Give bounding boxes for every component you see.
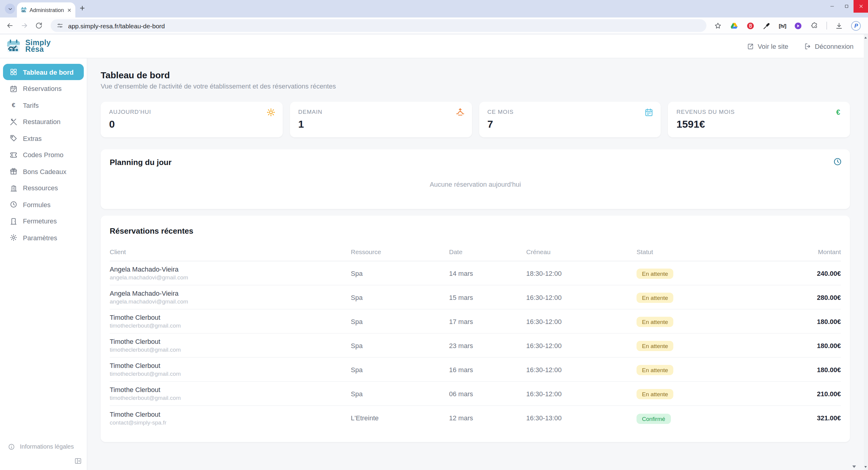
sidebar-item-formules[interactable]: Formules xyxy=(3,196,84,212)
stat-label: CE MOIS xyxy=(487,108,652,115)
tag-icon xyxy=(10,134,18,142)
window-controls xyxy=(825,0,868,13)
close-x-icon xyxy=(858,4,864,9)
tab-search-button[interactable] xyxy=(5,4,15,14)
adblock-hand-icon xyxy=(746,21,755,30)
view-site-label: Voir le site xyxy=(758,42,788,50)
content-scroll-down-arrow-icon[interactable] xyxy=(852,465,856,468)
sun-icon xyxy=(267,108,276,117)
sidebar-item-parametres[interactable]: Paramètres xyxy=(3,229,84,246)
sidebar-collapse-button[interactable] xyxy=(74,457,82,465)
new-tab-button[interactable] xyxy=(79,5,86,11)
reservation-row[interactable]: Timothe Clerboutcontact@simply-spa.frL'E… xyxy=(110,406,841,430)
sidebar-item-codes-promo[interactable]: Codes Promo xyxy=(3,147,84,163)
extensions-menu-button[interactable] xyxy=(810,21,819,30)
stat-icon-wrap: € xyxy=(834,108,843,117)
client-cell: Timothe Clerbouttimotheclerbout@gmail.co… xyxy=(110,338,351,353)
reservation-row[interactable]: Timothe Clerbouttimotheclerbout@gmail.co… xyxy=(110,358,841,382)
utensils-crossed-icon xyxy=(10,118,18,126)
extension-adblock[interactable] xyxy=(746,21,755,30)
amount-cell: 180.00€ xyxy=(787,366,841,373)
sidebar-item-extras[interactable]: Extras xyxy=(3,130,84,146)
sidebar-item-bons-cadeaux[interactable]: Bons Cadeaux xyxy=(3,163,84,179)
status-cell: En attente xyxy=(637,364,787,375)
forward-button[interactable] xyxy=(21,22,28,30)
logout-icon-wrap xyxy=(804,42,811,50)
sidebar-item-reservations[interactable]: Réservations xyxy=(3,80,84,97)
drive-icon-wrap xyxy=(730,21,738,30)
close-x-icon xyxy=(67,7,72,12)
client-cell: Timothe Clerboutcontact@simply-spa.fr xyxy=(110,410,351,426)
status-badge: En attente xyxy=(637,389,674,399)
toolbar-separator xyxy=(827,22,827,30)
reload-button[interactable] xyxy=(35,22,43,30)
downloads-button[interactable] xyxy=(835,21,844,30)
url-bar[interactable]: app.simply-resa.fr/tableau-de-bord xyxy=(51,19,707,32)
view-site-link[interactable]: Voir le site xyxy=(747,42,788,50)
status-badge: Confirmé xyxy=(637,413,671,424)
slot-cell: 16:30-12:00 xyxy=(526,342,637,349)
toolbar-right: [h/] P xyxy=(714,21,868,30)
logout-link[interactable]: Déconnexion xyxy=(804,42,854,50)
back-icon-wrap xyxy=(6,22,14,30)
sidebar-item-restauration[interactable]: Restauration xyxy=(3,113,84,130)
back-button[interactable] xyxy=(6,22,14,30)
window-maximize-button[interactable] xyxy=(839,0,854,13)
date-cell: 16 mars xyxy=(449,366,526,373)
column-header-1: Ressource xyxy=(351,248,449,255)
google-drive-icon xyxy=(730,21,738,30)
reservation-row[interactable]: Timothe Clerbouttimotheclerbout@gmail.co… xyxy=(110,382,841,406)
sidebar-item-label: Bons Cadeaux xyxy=(23,168,66,175)
amount-cell: 280.00€ xyxy=(787,294,841,301)
reservations-title: Réservations récentes xyxy=(110,227,841,235)
client-name: Angela Machado-Vieira xyxy=(110,290,351,297)
stat-icon-wrap xyxy=(267,108,276,117)
clock-icon xyxy=(10,201,18,208)
bookmark-star-button[interactable] xyxy=(714,21,722,30)
client-email: timotheclerbout@gmail.com xyxy=(110,346,351,353)
column-header-2: Date xyxy=(449,248,526,255)
extension-drive[interactable] xyxy=(730,21,738,30)
stat-label: DEMAIN xyxy=(299,108,464,115)
forward-icon-wrap xyxy=(21,22,28,30)
scrollbar-down-arrow-icon[interactable] xyxy=(864,466,867,468)
extension-video-play[interactable] xyxy=(794,21,803,30)
star-icon xyxy=(714,21,722,30)
calendar-check-icon xyxy=(10,85,18,93)
window-minimize-button[interactable] xyxy=(825,0,839,13)
status-cell: En attente xyxy=(637,388,787,399)
extension-h-slash[interactable]: [h/] xyxy=(779,23,786,29)
tab-close-button[interactable] xyxy=(67,7,72,12)
reservation-row[interactable]: Angela Machado-Vieiraangela.machadovi@gm… xyxy=(110,261,841,286)
reservations-table: ClientRessourceDateCréneauStatutMontant … xyxy=(110,248,841,430)
reservation-row[interactable]: Angela Machado-Vieiraangela.machadovi@gm… xyxy=(110,286,841,309)
calendar-month-icon xyxy=(645,108,654,117)
legal-info-link[interactable]: Informations légales xyxy=(8,443,74,450)
window-close-button[interactable] xyxy=(854,0,868,13)
browser-tab[interactable]: Administration Simply Resa xyxy=(17,2,75,18)
site-settings-icon-wrap[interactable] xyxy=(57,22,63,29)
stat-label: REVENUS DU MOIS xyxy=(677,108,842,115)
euro-icon: € xyxy=(834,108,843,117)
extension-color-picker[interactable] xyxy=(763,21,771,30)
app-logo[interactable]: Simply Résa xyxy=(5,38,51,54)
reservation-row[interactable]: Timothe Clerbouttimotheclerbout@gmail.co… xyxy=(110,334,841,358)
status-cell: Confirmé xyxy=(637,412,787,424)
client-email: angela.machadovi@gmail.com xyxy=(110,298,351,305)
scrollbar-up-arrow-icon[interactable] xyxy=(864,37,867,38)
sidebar-item-fermetures[interactable]: Fermetures xyxy=(3,213,84,229)
profile-avatar[interactable]: P xyxy=(851,21,861,30)
window-scrollbar[interactable] xyxy=(864,34,868,470)
download-icon-wrap xyxy=(835,21,844,30)
sidebar-item-tarifs[interactable]: €Tarifs xyxy=(3,97,84,113)
header-actions: Voir le site Déconnexion xyxy=(747,42,854,50)
logout-label: Déconnexion xyxy=(815,42,854,50)
sidebar-item-ressources[interactable]: Ressources xyxy=(3,180,84,196)
logo-text: Simply Résa xyxy=(25,39,51,53)
screen: Administration Simply Resa app.simply-re… xyxy=(0,0,868,470)
gear-icon xyxy=(10,234,18,241)
stat-value: 1591€ xyxy=(677,119,842,131)
sidebar-item-tableau-de-bord[interactable]: Tableau de bord xyxy=(3,64,84,80)
reservation-row[interactable]: Timothe Clerbouttimotheclerbout@gmail.co… xyxy=(110,309,841,334)
reservations-header-row: ClientRessourceDateCréneauStatutMontant xyxy=(110,248,841,261)
